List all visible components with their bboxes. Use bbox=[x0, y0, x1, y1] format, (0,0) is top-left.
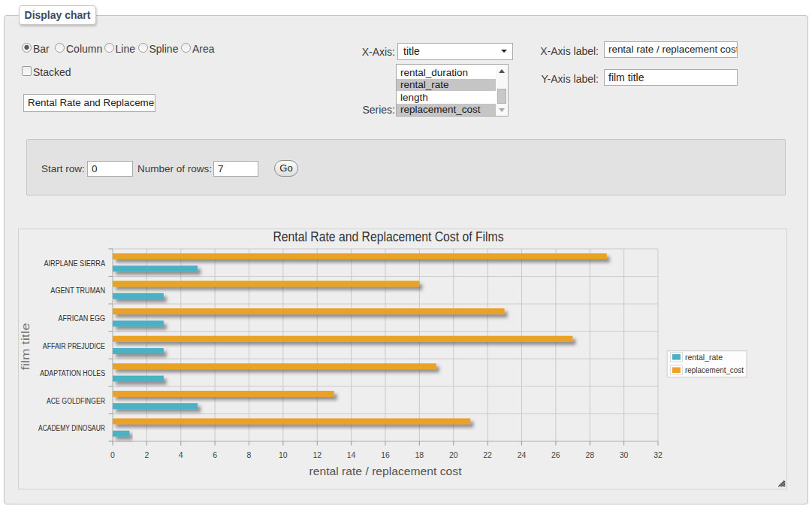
svg-text:rental rate / replacement cost: rental rate / replacement cost bbox=[309, 465, 463, 477]
svg-text:6: 6 bbox=[213, 450, 217, 459]
svg-text:Rental Rate and Replacement Co: Rental Rate and Replacement Cost of Film… bbox=[273, 229, 504, 244]
svg-text:26: 26 bbox=[551, 450, 560, 459]
svg-text:AFRICAN EGG: AFRICAN EGG bbox=[59, 314, 106, 323]
svg-text:AFFAIR PREJUDICE: AFFAIR PREJUDICE bbox=[43, 342, 105, 350]
svg-text:ACADEMY DINOSAUR: ACADEMY DINOSAUR bbox=[38, 424, 105, 432]
svg-text:32: 32 bbox=[654, 450, 663, 459]
svg-text:ADAPTATION HOLES: ADAPTATION HOLES bbox=[40, 369, 105, 377]
svg-text:2: 2 bbox=[144, 450, 149, 459]
svg-text:0: 0 bbox=[110, 450, 115, 459]
svg-text:18: 18 bbox=[415, 450, 424, 459]
svg-text:30: 30 bbox=[620, 450, 629, 459]
svg-text:12: 12 bbox=[312, 450, 321, 459]
svg-text:24: 24 bbox=[518, 450, 527, 459]
svg-text:replacement_cost: replacement_cost bbox=[685, 365, 744, 374]
svg-text:4: 4 bbox=[179, 450, 183, 459]
svg-text:ACE GOLDFINGER: ACE GOLDFINGER bbox=[47, 397, 105, 405]
svg-text:20: 20 bbox=[449, 450, 458, 459]
svg-text:14: 14 bbox=[347, 450, 356, 459]
svg-text:22: 22 bbox=[483, 450, 492, 459]
svg-text:28: 28 bbox=[585, 450, 594, 459]
svg-text:rental_rate: rental_rate bbox=[685, 353, 723, 362]
svg-text:film title: film title bbox=[19, 323, 32, 371]
svg-text:8: 8 bbox=[247, 450, 252, 459]
svg-text:10: 10 bbox=[279, 450, 288, 459]
svg-text:16: 16 bbox=[381, 450, 390, 459]
svg-text:AIRPLANE SIERRA: AIRPLANE SIERRA bbox=[44, 259, 106, 268]
svg-text:AGENT TRUMAN: AGENT TRUMAN bbox=[50, 286, 105, 295]
